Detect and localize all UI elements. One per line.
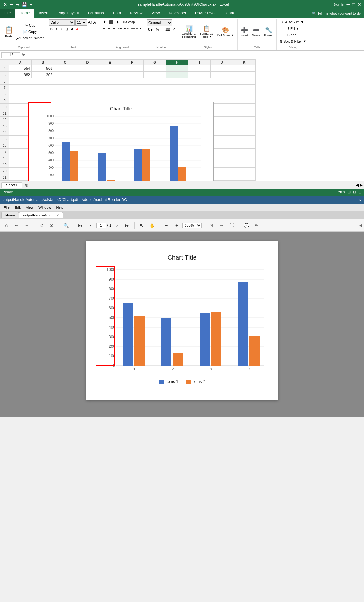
underline-button[interactable]: U xyxy=(59,26,63,32)
cell-j5[interactable] xyxy=(211,72,233,78)
cell-styles-button[interactable]: 🎨 Cell Styles ▼ xyxy=(216,23,235,41)
normal-view-icon[interactable]: ⊞ xyxy=(348,190,351,194)
align-center-button[interactable]: ≡ xyxy=(107,26,111,31)
pdf-tab-output[interactable]: outputHandleAuto... ✕ xyxy=(19,212,63,218)
paste-button[interactable]: 📋 Paste xyxy=(3,23,14,41)
tab-page-layout[interactable]: Page Layout xyxy=(53,9,83,18)
pdf-home-button[interactable]: ⌂ xyxy=(2,221,11,230)
cell-j4[interactable] xyxy=(211,65,233,72)
cell-h5[interactable] xyxy=(166,72,188,78)
redo-icon[interactable]: ↪ xyxy=(16,2,20,7)
col-header-i[interactable]: I xyxy=(188,60,211,65)
tab-home[interactable]: Home xyxy=(15,9,34,18)
pdf-menu-edit[interactable]: Edit xyxy=(12,205,23,210)
format-button[interactable]: 🔧 Format xyxy=(263,23,274,41)
col-header-a[interactable]: A xyxy=(9,60,32,65)
cell-g5[interactable] xyxy=(144,72,166,78)
pdf-back-button[interactable]: ← xyxy=(12,221,21,230)
spreadsheet[interactable]: A B C D E F G H I J K 4 554 566 xyxy=(0,59,364,181)
formula-input[interactable] xyxy=(26,53,363,57)
tab-power-pivot[interactable]: Power Pivot xyxy=(191,9,220,18)
align-middle-button[interactable]: ⬛ xyxy=(108,19,114,25)
currency-button[interactable]: $▼ xyxy=(147,27,154,33)
tab-developer[interactable]: Developer xyxy=(164,9,191,18)
cell-a5[interactable]: 882 xyxy=(9,72,32,78)
tell-me-input[interactable]: 🔍 Tell me what you want to do xyxy=(309,9,364,18)
cell-e4[interactable] xyxy=(99,65,121,72)
col-header-c[interactable]: C xyxy=(54,60,76,65)
delete-button[interactable]: ➖ Delete xyxy=(250,23,261,41)
page-layout-view-icon[interactable]: ⊟ xyxy=(353,190,356,194)
pdf-last-page-button[interactable]: ⏭ xyxy=(123,221,132,230)
undo-icon[interactable]: ↩ xyxy=(10,2,14,7)
cut-button[interactable]: ✂ Cut xyxy=(15,22,45,28)
cell-k5[interactable] xyxy=(233,72,256,78)
col-header-b[interactable]: B xyxy=(32,60,54,65)
col-header-f[interactable]: F xyxy=(121,60,144,65)
pdf-fit-width-button[interactable]: ↔ xyxy=(217,221,226,230)
tab-review[interactable]: Review xyxy=(125,9,147,18)
pdf-prev-page-button[interactable]: ‹ xyxy=(86,221,95,230)
signin-button[interactable]: Sign in xyxy=(333,3,344,6)
font-name-select[interactable]: Calibri xyxy=(49,19,75,26)
save-icon[interactable]: 💾 xyxy=(21,2,27,7)
pdf-print-button[interactable]: 🖨 xyxy=(37,221,46,230)
decrease-font-icon[interactable]: A↓ xyxy=(93,20,98,25)
align-bottom-button[interactable]: ⬇ xyxy=(115,19,120,25)
tab-team[interactable]: Team xyxy=(220,9,238,18)
autosum-button[interactable]: Σ AutoSum ▼ xyxy=(279,19,307,25)
percent-button[interactable]: % xyxy=(155,27,160,33)
wrap-text-button[interactable]: Text Wrap xyxy=(121,19,136,25)
bold-button[interactable]: B xyxy=(49,26,54,32)
align-top-button[interactable]: ⬆ xyxy=(102,19,107,25)
pdf-menu-view[interactable]: View xyxy=(23,205,36,210)
pdf-zoom-in-button[interactable]: + xyxy=(172,221,181,230)
col-header-e[interactable]: E xyxy=(99,60,121,65)
tab-file[interactable]: File xyxy=(0,9,15,18)
pdf-zoom-select[interactable]: 150% 100% 75% 50% xyxy=(182,223,202,228)
sort-filter-button[interactable]: ⇅ Sort & Filter ▼ xyxy=(279,38,307,44)
cell-i5[interactable] xyxy=(188,72,211,78)
cell-d5[interactable] xyxy=(76,72,99,78)
page-break-view-icon[interactable]: ⊡ xyxy=(359,190,361,194)
pdf-content[interactable]: Chart Title xyxy=(0,232,364,417)
pdf-draw-button[interactable]: ✏ xyxy=(252,221,261,230)
insert-button[interactable]: ➕ Insert xyxy=(240,23,249,41)
tab-view[interactable]: View xyxy=(147,9,164,18)
cell-e5[interactable] xyxy=(99,72,121,78)
pdf-hand-button[interactable]: ✋ xyxy=(147,221,156,230)
col-header-j[interactable]: J xyxy=(211,60,233,65)
pdf-menu-file[interactable]: File xyxy=(1,205,12,210)
cell-b4[interactable]: 566 xyxy=(32,65,54,72)
cell-b5[interactable]: 302 xyxy=(32,72,54,78)
cell-k4[interactable] xyxy=(233,65,256,72)
tab-formulas[interactable]: Formulas xyxy=(83,9,108,18)
merge-center-button[interactable]: Merge & Center ▼ xyxy=(117,26,143,31)
cell-d4[interactable] xyxy=(76,65,99,72)
increase-font-icon[interactable]: A↑ xyxy=(88,20,92,25)
increase-decimal-button[interactable]: .00 xyxy=(164,27,171,33)
pdf-comment-button[interactable]: 💬 xyxy=(242,221,251,230)
tab-data[interactable]: Data xyxy=(108,9,125,18)
pdf-menu-window[interactable]: Window xyxy=(36,205,53,210)
comma-button[interactable]: , xyxy=(161,27,163,33)
pdf-close-icon[interactable]: ✕ xyxy=(358,198,361,202)
col-header-k[interactable]: K xyxy=(233,60,256,65)
pdf-fullscreen-button[interactable]: ⛶ xyxy=(227,221,236,230)
pdf-fit-page-button[interactable]: ⊡ xyxy=(207,221,216,230)
pdf-next-page-button[interactable]: › xyxy=(113,221,122,230)
copy-button[interactable]: 📄 Copy xyxy=(15,29,45,35)
pdf-menu-help[interactable]: Help xyxy=(53,205,66,210)
pdf-tab-home[interactable]: Home xyxy=(1,212,19,218)
col-header-g[interactable]: G xyxy=(144,60,166,65)
scroll-left-icon[interactable]: ◀ xyxy=(356,183,359,187)
pdf-forward-button[interactable]: → xyxy=(22,221,31,230)
customize-icon[interactable]: ▼ xyxy=(29,2,33,7)
sheet-tab-sheet1[interactable]: Sheet1 xyxy=(1,182,22,188)
align-right-button[interactable]: ≡ xyxy=(112,26,116,31)
cell-i4[interactable] xyxy=(188,65,211,72)
conditional-formatting-button[interactable]: 📊 ConditionalFormatting xyxy=(180,23,197,41)
cell-f5[interactable] xyxy=(121,72,144,78)
cell-a4[interactable]: 554 xyxy=(9,65,32,72)
font-color-button[interactable]: A xyxy=(75,26,79,32)
